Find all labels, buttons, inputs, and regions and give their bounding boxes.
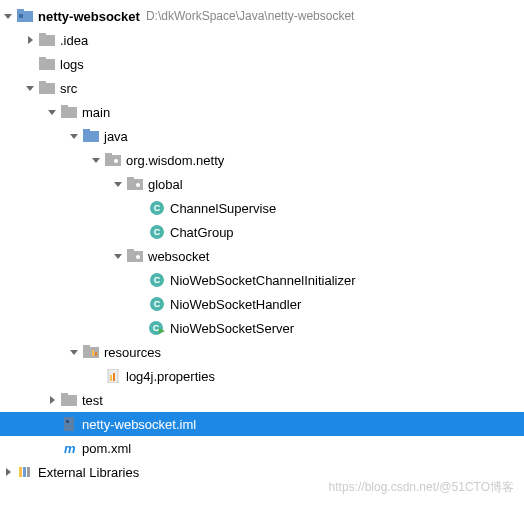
svg-rect-41 — [64, 417, 74, 431]
svg-rect-33 — [83, 345, 90, 349]
maven-file-icon: m — [60, 441, 78, 455]
svg-rect-34 — [92, 350, 94, 356]
path-hint: D:\dkWorkSpace\Java\netty-websocket — [146, 9, 355, 23]
svg-rect-12 — [83, 129, 90, 133]
svg-rect-17 — [127, 177, 134, 181]
svg-point-18 — [136, 183, 140, 187]
tree-node-class[interactable]: C ChatGroup — [0, 220, 524, 244]
chevron-right-icon[interactable] — [22, 36, 38, 44]
tree-node-iml[interactable]: netty-websocket.iml — [0, 412, 524, 436]
tree-node-resources[interactable]: resources — [0, 340, 524, 364]
tree-node-main[interactable]: main — [0, 100, 524, 124]
svg-rect-35 — [95, 352, 97, 356]
node-label: pom.xml — [82, 441, 131, 456]
class-runnable-icon: C — [148, 321, 166, 335]
svg-rect-40 — [61, 393, 68, 397]
node-label: ChannelSupervise — [170, 201, 276, 216]
svg-rect-1 — [17, 9, 24, 13]
chevron-down-icon[interactable] — [66, 132, 82, 140]
tree-node-test[interactable]: test — [0, 388, 524, 412]
node-label: logs — [60, 57, 84, 72]
class-icon: C — [148, 225, 166, 239]
package-icon — [126, 249, 144, 263]
chevron-right-icon[interactable] — [44, 396, 60, 404]
chevron-down-icon[interactable] — [22, 84, 38, 92]
node-label: netty-websocket.iml — [82, 417, 196, 432]
chevron-down-icon[interactable] — [66, 348, 82, 356]
tree-node-global[interactable]: global — [0, 172, 524, 196]
node-label: NioWebSocketServer — [170, 321, 294, 336]
node-label: java — [104, 129, 128, 144]
chevron-down-icon[interactable] — [110, 180, 126, 188]
node-label: src — [60, 81, 77, 96]
svg-point-15 — [114, 159, 118, 163]
tree-node-class[interactable]: C NioWebSocketChannelInitializer — [0, 268, 524, 292]
svg-rect-45 — [23, 467, 26, 477]
source-folder-icon — [82, 129, 100, 143]
folder-icon — [38, 57, 56, 71]
svg-text:C: C — [154, 227, 161, 237]
svg-point-25 — [136, 255, 140, 259]
node-label: netty-websocket — [38, 9, 140, 24]
folder-icon — [38, 33, 56, 47]
node-label: resources — [104, 345, 161, 360]
node-label: test — [82, 393, 103, 408]
folder-icon — [60, 393, 78, 407]
module-file-icon — [60, 417, 78, 431]
node-label: org.wisdom.netty — [126, 153, 224, 168]
svg-rect-8 — [39, 81, 46, 85]
svg-rect-38 — [113, 373, 115, 381]
node-label: websocket — [148, 249, 209, 264]
svg-rect-6 — [39, 57, 46, 61]
svg-rect-14 — [105, 153, 112, 157]
node-label: global — [148, 177, 183, 192]
tree-node-properties[interactable]: log4j.properties — [0, 364, 524, 388]
svg-rect-4 — [39, 33, 46, 37]
folder-icon — [38, 81, 56, 95]
tree-node-class[interactable]: C ChannelSupervise — [0, 196, 524, 220]
svg-text:C: C — [154, 203, 161, 213]
svg-text:C: C — [154, 299, 161, 309]
chevron-down-icon[interactable] — [44, 108, 60, 116]
tree-node-java[interactable]: java — [0, 124, 524, 148]
tree-node-idea[interactable]: .idea — [0, 28, 524, 52]
package-icon — [104, 153, 122, 167]
resources-folder-icon — [82, 345, 100, 359]
package-icon — [126, 177, 144, 191]
class-icon: C — [148, 297, 166, 311]
node-label: main — [82, 105, 110, 120]
tree-node-root[interactable]: netty-websocket D:\dkWorkSpace\Java\nett… — [0, 4, 524, 28]
node-label: NioWebSocketChannelInitializer — [170, 273, 355, 288]
chevron-down-icon[interactable] — [88, 156, 104, 164]
library-icon — [16, 465, 34, 479]
tree-node-class[interactable]: C NioWebSocketHandler — [0, 292, 524, 316]
svg-rect-37 — [110, 375, 112, 381]
chevron-down-icon[interactable] — [110, 252, 126, 260]
svg-rect-2 — [19, 14, 23, 18]
svg-rect-42 — [66, 420, 69, 423]
node-label: NioWebSocketHandler — [170, 297, 301, 312]
svg-rect-10 — [61, 105, 68, 109]
module-folder-icon — [16, 9, 34, 23]
svg-rect-24 — [127, 249, 134, 253]
tree-node-websocket[interactable]: websocket — [0, 244, 524, 268]
tree-node-package[interactable]: org.wisdom.netty — [0, 148, 524, 172]
project-tree: netty-websocket D:\dkWorkSpace\Java\nett… — [0, 0, 524, 488]
chevron-right-icon[interactable] — [0, 468, 16, 476]
svg-rect-44 — [19, 467, 22, 477]
tree-node-pom[interactable]: m pom.xml — [0, 436, 524, 460]
tree-node-src[interactable]: src — [0, 76, 524, 100]
tree-node-class-runnable[interactable]: C NioWebSocketServer — [0, 316, 524, 340]
svg-text:C: C — [154, 275, 161, 285]
tree-node-logs[interactable]: logs — [0, 52, 524, 76]
svg-text:m: m — [64, 441, 76, 455]
class-icon: C — [148, 273, 166, 287]
chevron-down-icon[interactable] — [0, 12, 16, 20]
svg-text:C: C — [153, 323, 160, 333]
node-label: log4j.properties — [126, 369, 215, 384]
svg-rect-46 — [27, 467, 30, 477]
node-label: .idea — [60, 33, 88, 48]
tree-node-external-libraries[interactable]: External Libraries — [0, 460, 524, 484]
properties-file-icon — [104, 369, 122, 383]
class-icon: C — [148, 201, 166, 215]
